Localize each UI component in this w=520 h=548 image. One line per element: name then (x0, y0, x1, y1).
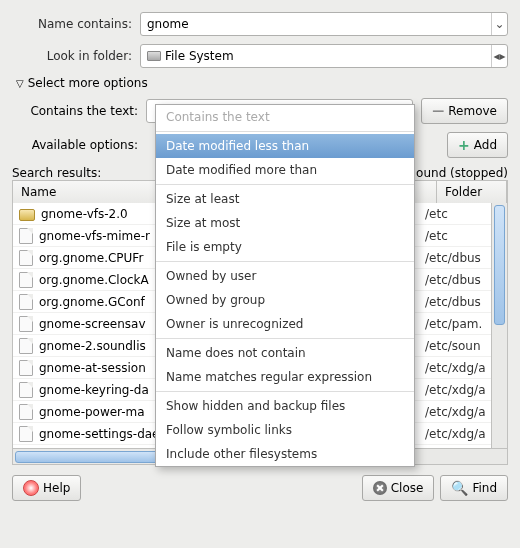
scrollbar-thumb[interactable] (494, 205, 505, 325)
cell-folder: /etc (425, 207, 485, 221)
popup-placeholder: Contains the text (156, 105, 414, 129)
popup-item[interactable]: Show hidden and backup files (156, 394, 414, 418)
file-icon (19, 316, 33, 332)
remove-icon: — (432, 104, 444, 118)
file-icon (19, 426, 33, 442)
popup-item[interactable]: Include other filesystems (156, 442, 414, 466)
popup-separator (156, 131, 414, 132)
look-in-folder-combo[interactable]: File System ◂▸ (140, 44, 508, 68)
vertical-scrollbar[interactable] (491, 203, 507, 448)
popup-item[interactable]: Size at least (156, 187, 414, 211)
select-more-options-expander[interactable]: ▽ Select more options (16, 76, 508, 90)
add-button[interactable]: + Add (447, 132, 508, 158)
add-icon: + (458, 137, 470, 153)
popup-item[interactable]: Owned by user (156, 264, 414, 288)
popup-separator (156, 184, 414, 185)
cell-folder: /etc/xdg/a (425, 405, 485, 419)
cell-folder: /etc/pam. (425, 317, 485, 331)
popup-item[interactable]: Size at most (156, 211, 414, 235)
cell-folder: /etc/xdg/a (425, 361, 485, 375)
find-button[interactable]: 🔍 Find (440, 475, 508, 501)
scrollbar-thumb-h[interactable] (15, 451, 165, 463)
help-button[interactable]: Help (12, 475, 81, 501)
popup-item[interactable]: Date modified more than (156, 158, 414, 182)
cell-folder: /etc/dbus (425, 251, 485, 265)
popup-item[interactable]: Follow symbolic links (156, 418, 414, 442)
popup-item[interactable]: Date modified less than (156, 134, 414, 158)
close-icon (373, 481, 387, 495)
close-button[interactable]: Close (362, 475, 435, 501)
available-options-label: Available options: (26, 138, 138, 152)
file-icon (19, 250, 33, 266)
cell-folder: /etc/dbus (425, 273, 485, 287)
binoculars-icon: 🔍 (451, 480, 468, 496)
popup-item[interactable]: Owner is unrecognized (156, 312, 414, 336)
name-contains-combo[interactable]: gnome ⌄ (140, 12, 508, 36)
file-icon (19, 448, 33, 449)
disk-icon (147, 51, 161, 61)
name-contains-value: gnome (147, 17, 189, 31)
triangle-down-icon: ▽ (16, 78, 24, 89)
contains-text-label: Contains the text: (26, 104, 138, 118)
file-icon (19, 272, 33, 288)
cell-folder: /etc (425, 229, 485, 243)
look-in-folder-value: File System (165, 49, 234, 63)
popup-separator (156, 261, 414, 262)
dropdown-icon[interactable]: ◂▸ (491, 45, 507, 67)
chevron-down-icon[interactable]: ⌄ (491, 13, 507, 35)
cell-folder: /etc/xdg/a (425, 383, 485, 397)
file-icon (19, 228, 33, 244)
popup-separator (156, 391, 414, 392)
cell-folder: /etc/soun (425, 339, 485, 353)
column-folder[interactable]: Folder (437, 181, 507, 203)
cell-folder: /etc/xdg/a (425, 427, 485, 441)
help-icon (23, 480, 39, 496)
popup-item[interactable]: Name does not contain (156, 341, 414, 365)
file-icon (19, 382, 33, 398)
popup-separator (156, 338, 414, 339)
popup-item[interactable]: Name matches regular expression (156, 365, 414, 389)
file-icon (19, 404, 33, 420)
cell-folder: /etc/dbus (425, 295, 485, 309)
available-options-popup[interactable]: Contains the textDate modified less than… (155, 104, 415, 467)
popup-item[interactable]: File is empty (156, 235, 414, 259)
search-status-text: ound (stopped) (416, 166, 508, 180)
name-contains-label: Name contains: (12, 17, 132, 31)
search-results-label: Search results: (12, 166, 101, 180)
folder-icon (19, 209, 35, 221)
file-icon (19, 294, 33, 310)
look-in-folder-label: Look in folder: (12, 49, 132, 63)
remove-button[interactable]: — Remove (421, 98, 508, 124)
popup-item[interactable]: Owned by group (156, 288, 414, 312)
file-icon (19, 338, 33, 354)
file-icon (19, 360, 33, 376)
